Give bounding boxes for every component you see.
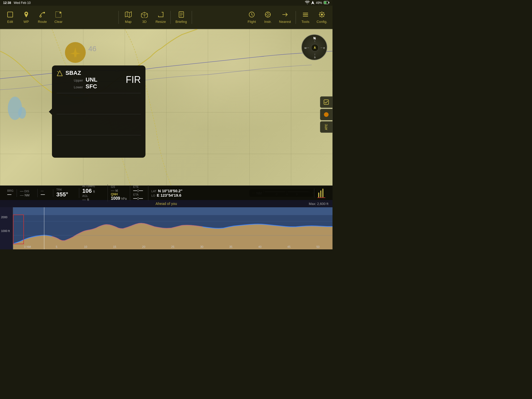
- profile-x-labels: 0 NM 5 10 15 20 25 30 35 40 45 50: [13, 244, 332, 249]
- fir-header: SBAZ Upper UNL Lower SFC FIR: [57, 70, 141, 90]
- svg-text:W: W: [304, 47, 307, 49]
- x-label-30: 30: [187, 245, 216, 248]
- lo-label: LO: [151, 194, 155, 197]
- orange-dot-button[interactable]: [320, 109, 332, 120]
- svg-marker-18: [57, 71, 62, 76]
- config-label: Config.: [317, 20, 327, 24]
- profile-svg: [0, 207, 332, 249]
- svg-point-12: [267, 14, 269, 16]
- terrain-profile: Ahead of you Max: 2,600 ft: [0, 200, 332, 249]
- fir-divider1: [57, 93, 141, 93]
- fir-type: FIR: [126, 74, 141, 85]
- briefing-button[interactable]: Briefing: [173, 10, 189, 25]
- wifi-icon: [305, 1, 310, 5]
- lake2: [18, 107, 26, 119]
- fir-limits: Upper UNL Lower SFC: [74, 76, 126, 90]
- gs-value: —: [111, 188, 115, 192]
- route-button[interactable]: Route: [35, 10, 50, 25]
- map[interactable]: 46 SBAZ Upper UNL Lower SFC FIR: [0, 29, 332, 200]
- battery-icon: [324, 1, 329, 5]
- flight-button[interactable]: Flight: [244, 10, 259, 25]
- flight-label: Flight: [248, 20, 256, 24]
- clear-icon: [55, 11, 62, 19]
- 3d-label: 3D: [142, 20, 147, 24]
- svg-rect-15: [303, 16, 308, 17]
- svg-text:S: S: [314, 56, 316, 59]
- clear-label: Clear: [54, 20, 62, 24]
- fir-content-area: [57, 96, 141, 111]
- instr-button[interactable]: Instr.: [260, 10, 275, 25]
- nearest-button[interactable]: Nearest: [276, 10, 294, 25]
- profile-y-labels: 2000 1000 ft: [0, 215, 13, 244]
- profile-header: Ahead of you Max: 2,600 ft: [0, 200, 332, 207]
- flight-icon: [248, 11, 255, 19]
- divider1: [118, 11, 119, 24]
- 3d-icon: [141, 11, 148, 19]
- eta-value: —:—: [133, 196, 143, 201]
- status-date: Wed Feb 10: [14, 1, 31, 5]
- map-label: Map: [125, 20, 131, 24]
- wp-label: WP: [24, 20, 29, 24]
- gs-section: GS — kt QNH 1009 hPa: [108, 185, 130, 201]
- x-label-50: 50: [303, 245, 332, 248]
- wp-icon: [23, 11, 30, 19]
- coords-section: LAT N 10°18'50.2" LO E 123°54'19.6: [148, 189, 314, 197]
- alt-baro-value: 106: [82, 188, 92, 194]
- status-icons: 49%: [305, 1, 329, 5]
- svg-rect-3: [8, 12, 13, 17]
- config-button[interactable]: Config.: [314, 10, 330, 25]
- ete-section: ETE —:— ETA —:—: [130, 185, 148, 201]
- svg-text:E: E: [323, 47, 325, 49]
- qnh-unit: hPa: [121, 197, 127, 201]
- brg-section: BRG —: [4, 189, 17, 197]
- fir-icon: [57, 70, 63, 78]
- alt-baro-unit: ft: [93, 190, 95, 194]
- ete-label: ETE: [133, 185, 139, 188]
- fir-content-area2: [57, 117, 141, 132]
- resize-button[interactable]: Resize: [153, 10, 169, 25]
- nearest-icon: [282, 11, 288, 19]
- fir-popup[interactable]: SBAZ Upper UNL Lower SFC FIR: [52, 65, 145, 158]
- dis-section: — DIS — NM: [17, 189, 38, 197]
- wp-button[interactable]: WP: [19, 10, 34, 25]
- map-button[interactable]: Map: [121, 10, 136, 25]
- atc-button[interactable]: ATC: [320, 121, 332, 133]
- check-button[interactable]: [320, 96, 332, 108]
- dis-unit: NM: [25, 194, 30, 197]
- dis-prefix: —: [20, 189, 24, 193]
- brg-value: —: [7, 192, 11, 197]
- gs-unit: kt: [116, 189, 118, 192]
- svg-point-5: [40, 16, 41, 17]
- edit-icon: [7, 11, 14, 19]
- speed-value: —: [41, 192, 45, 197]
- fir-divider2: [57, 114, 141, 114]
- svg-rect-13: [303, 13, 308, 14]
- fir-code: SBAZ: [65, 70, 126, 76]
- x-label-40: 40: [245, 245, 275, 248]
- profile-canvas: 2000 1000 ft 0 NM 5 10 15 20 25 30 35 40…: [0, 207, 332, 249]
- 3d-button[interactable]: 3D: [137, 10, 152, 25]
- toolbar-right: Flight Instr. Nearest: [244, 10, 330, 25]
- signal-section: [314, 188, 328, 198]
- speed-dash: —: [41, 189, 44, 192]
- dis-value: —: [20, 193, 24, 197]
- x-label-5: 5: [42, 245, 71, 248]
- svg-text:N: N: [314, 37, 316, 40]
- x-label-15: 15: [100, 245, 129, 248]
- qnh-label: QNH: [111, 192, 118, 196]
- svg-rect-14: [303, 14, 308, 15]
- tools-button[interactable]: Tools: [298, 10, 313, 25]
- briefing-label: Briefing: [175, 20, 187, 24]
- lat-value: N 10°18'50.2": [158, 189, 182, 193]
- alt-section: ALT(baro) 106 ft AGL — ft: [79, 184, 108, 202]
- location-arrow-icon: [311, 1, 314, 5]
- altitude-label: 46: [88, 45, 96, 53]
- edit-button[interactable]: Edit: [3, 10, 18, 25]
- fir-content-area3: [57, 138, 141, 154]
- x-label-0: 0 NM: [13, 245, 42, 248]
- clear-button[interactable]: Clear: [51, 10, 66, 25]
- battery-percentage: 49%: [316, 1, 322, 5]
- profile-max-label: Max: 2,600 ft: [309, 202, 328, 206]
- toolbar: Edit WP Route: [0, 6, 332, 29]
- compass-rose: N N E S W: [301, 34, 327, 60]
